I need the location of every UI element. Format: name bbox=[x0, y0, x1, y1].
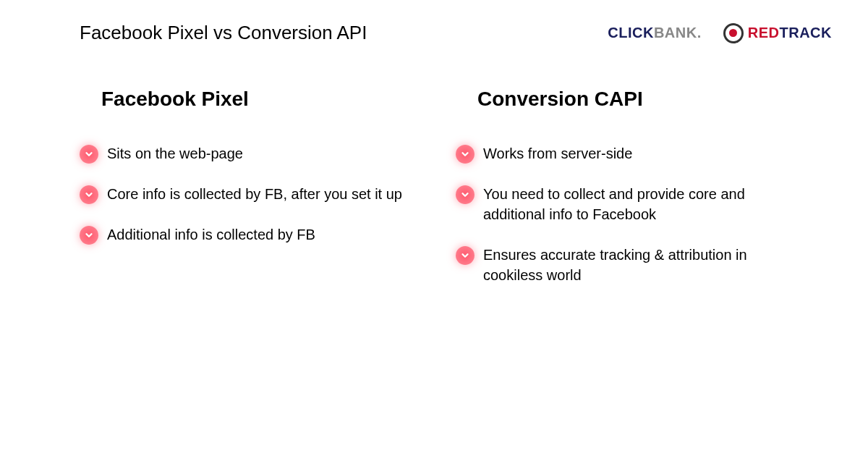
list-item: Additional info is collected by FB bbox=[80, 224, 412, 245]
column-right: Conversion CAPI Works from server-side Y… bbox=[456, 88, 788, 305]
item-text: Core info is collected by FB, after you … bbox=[107, 184, 402, 204]
clickbank-part1: CLICK bbox=[608, 25, 654, 41]
check-icon bbox=[456, 246, 475, 265]
clickbank-part2: BANK. bbox=[654, 25, 702, 41]
column-heading: Facebook Pixel bbox=[101, 88, 412, 111]
column-heading: Conversion CAPI bbox=[477, 88, 788, 111]
check-icon bbox=[456, 145, 475, 164]
item-text: Works from server-side bbox=[483, 143, 632, 164]
check-icon bbox=[80, 185, 98, 204]
column-left: Facebook Pixel Sits on the web-page Core… bbox=[80, 88, 412, 305]
item-text: You need to collect and provide core and… bbox=[483, 184, 788, 224]
item-text: Additional info is collected by FB bbox=[107, 224, 315, 245]
check-icon bbox=[80, 226, 98, 245]
page-title: Facebook Pixel vs Conversion API bbox=[80, 22, 367, 44]
check-icon bbox=[80, 145, 98, 164]
redtrack-logo: REDTRACK bbox=[723, 23, 832, 43]
list-item: You need to collect and provide core and… bbox=[456, 184, 788, 224]
list-item: Sits on the web-page bbox=[80, 143, 412, 164]
item-text: Sits on the web-page bbox=[107, 143, 243, 164]
redtrack-part2: TRACK bbox=[780, 25, 833, 41]
list-item: Ensures accurate tracking & attribution … bbox=[456, 245, 788, 285]
item-text: Ensures accurate tracking & attribution … bbox=[483, 245, 788, 285]
list-item: Works from server-side bbox=[456, 143, 788, 164]
logos: CLICKBANK. REDTRACK bbox=[608, 23, 832, 43]
redtrack-icon bbox=[723, 23, 744, 43]
redtrack-part1: RED bbox=[748, 25, 780, 41]
check-icon bbox=[456, 185, 475, 204]
clickbank-logo: CLICKBANK. bbox=[608, 25, 701, 41]
header: Facebook Pixel vs Conversion API CLICKBA… bbox=[36, 22, 832, 44]
list-item: Core info is collected by FB, after you … bbox=[80, 184, 412, 204]
columns: Facebook Pixel Sits on the web-page Core… bbox=[36, 88, 832, 305]
